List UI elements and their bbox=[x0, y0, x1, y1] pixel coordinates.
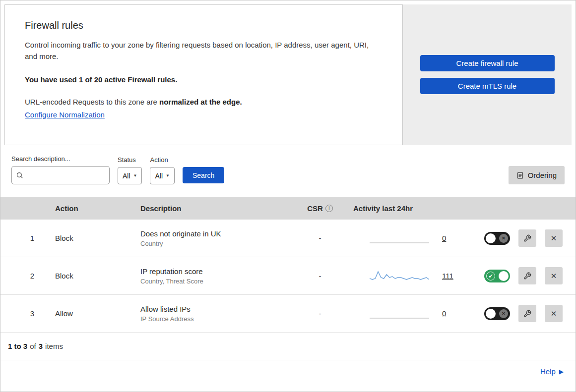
action-dropdown[interactable]: All▼ bbox=[150, 167, 174, 184]
search-label: Search description... bbox=[11, 155, 110, 163]
normalization-text: URL-encoded Requests to this zone are no… bbox=[25, 98, 383, 106]
rule-description: Does not originate in UK bbox=[140, 229, 293, 238]
rule-csr-value: - bbox=[293, 272, 347, 280]
rule-action: Block bbox=[45, 234, 130, 242]
table-row: 2 Block IP reputation score Country, Thr… bbox=[0, 257, 576, 295]
close-icon: ✕ bbox=[551, 272, 557, 280]
activity-sparkline bbox=[370, 269, 429, 283]
activity-sparkline bbox=[370, 231, 429, 246]
status-dropdown-value: All bbox=[123, 172, 130, 180]
header-action: Action bbox=[45, 204, 130, 213]
toggle-knob bbox=[486, 309, 496, 319]
normalization-prefix: URL-encoded Requests to this zone are bbox=[25, 98, 159, 106]
rule-priority: 3 bbox=[0, 309, 45, 318]
usage-summary: You have used 1 of 20 active Firewall ru… bbox=[25, 75, 383, 84]
ordering-button-label: Ordering bbox=[528, 171, 557, 179]
toggle-knob bbox=[486, 233, 496, 243]
activity-count-link[interactable]: 0 bbox=[442, 309, 446, 318]
rule-controls: ✔ ✕ ✕ bbox=[481, 305, 576, 322]
search-input[interactable] bbox=[26, 171, 105, 179]
rule-activity-cell: 0 bbox=[347, 306, 481, 321]
items-range: 1 to 3 bbox=[8, 342, 27, 350]
rule-criteria: IP Source Address bbox=[140, 315, 293, 323]
rule-controls: ✔ ✕ ✕ bbox=[481, 229, 576, 247]
x-icon: ✕ bbox=[499, 234, 508, 243]
create-mtls-rule-button[interactable]: Create mTLS rule bbox=[420, 78, 555, 94]
close-icon: ✕ bbox=[551, 234, 557, 243]
table-row: 3 Allow Allow listed IPs IP Source Addre… bbox=[0, 295, 576, 333]
chevron-down-icon: ▼ bbox=[166, 173, 170, 178]
wrench-icon bbox=[523, 234, 531, 242]
items-of-label: of bbox=[30, 342, 36, 350]
search-icon bbox=[16, 171, 23, 179]
edit-rule-button[interactable] bbox=[518, 267, 536, 284]
close-icon: ✕ bbox=[551, 309, 557, 318]
action-label: Action bbox=[150, 156, 174, 164]
table-row: 1 Block Does not originate in UK Country… bbox=[0, 220, 576, 257]
delete-rule-button[interactable]: ✕ bbox=[545, 267, 563, 284]
action-filter-group: Action All▼ bbox=[150, 156, 174, 184]
activity-count-link[interactable]: 111 bbox=[442, 272, 453, 280]
help-link[interactable]: Help▶ bbox=[540, 367, 564, 376]
pagination-summary: 1 to 3 of 3 items bbox=[0, 333, 576, 360]
toggle-knob bbox=[499, 271, 509, 281]
rule-csr-value: - bbox=[293, 234, 347, 242]
activity-sparkline bbox=[370, 306, 429, 321]
status-dropdown[interactable]: All▼ bbox=[118, 167, 142, 184]
filter-bar: Search description... Status All▼ Action… bbox=[0, 145, 576, 197]
configure-normalization-link[interactable]: Configure Normalization bbox=[25, 111, 105, 119]
edit-rule-button[interactable] bbox=[518, 305, 536, 322]
rule-description-cell: Allow listed IPs IP Source Address bbox=[130, 305, 293, 323]
rule-controls: ✔ ✕ ✕ bbox=[481, 267, 576, 284]
create-firewall-rule-button[interactable]: Create firewall rule bbox=[420, 55, 555, 71]
rule-description: IP reputation score bbox=[140, 267, 293, 276]
items-total: 3 bbox=[39, 342, 43, 350]
check-icon: ✔ bbox=[486, 272, 495, 280]
rule-description: Allow listed IPs bbox=[140, 305, 293, 313]
action-panel: Create firewall rule Create mTLS rule bbox=[403, 4, 572, 145]
firewall-rules-page: Firewall rules Control incoming traffic … bbox=[0, 0, 576, 392]
wrench-icon bbox=[523, 272, 531, 280]
rule-activity-cell: 111 bbox=[347, 269, 481, 283]
header-description: Description bbox=[130, 204, 293, 213]
rule-priority: 2 bbox=[0, 272, 45, 280]
edit-rule-button[interactable] bbox=[518, 229, 536, 247]
rule-criteria: Country, Threat Score bbox=[140, 278, 293, 285]
rule-enable-toggle[interactable]: ✔ ✕ bbox=[484, 232, 510, 245]
rule-action: Block bbox=[45, 272, 130, 280]
rule-description-cell: Does not originate in UK Country bbox=[130, 229, 293, 247]
rule-criteria: Country bbox=[140, 240, 293, 247]
rule-activity-cell: 0 bbox=[347, 231, 481, 246]
activity-count-link[interactable]: 0 bbox=[442, 234, 446, 242]
delete-rule-button[interactable]: ✕ bbox=[545, 305, 563, 322]
rule-priority: 1 bbox=[0, 234, 45, 242]
rule-enable-toggle[interactable]: ✔ ✕ bbox=[484, 270, 510, 282]
intro-card: Firewall rules Control incoming traffic … bbox=[4, 4, 403, 145]
header-csr: CSRi bbox=[293, 204, 347, 213]
rule-enable-toggle[interactable]: ✔ ✕ bbox=[484, 307, 510, 320]
ordering-button[interactable]: Ordering bbox=[509, 166, 565, 184]
search-box bbox=[11, 166, 110, 184]
page-title: Firewall rules bbox=[25, 20, 383, 31]
status-filter-group: Status All▼ bbox=[118, 156, 142, 184]
action-dropdown-value: All bbox=[155, 172, 163, 180]
ordering-list-icon bbox=[516, 171, 524, 179]
items-label: items bbox=[45, 342, 63, 350]
table-header: Action Description CSRi Activity last 24… bbox=[0, 197, 576, 220]
page-description: Control incoming traffic to your zone by… bbox=[25, 39, 378, 62]
delete-rule-button[interactable]: ✕ bbox=[545, 229, 563, 247]
info-icon[interactable]: i bbox=[325, 205, 333, 212]
wrench-icon bbox=[523, 310, 531, 318]
search-button[interactable]: Search bbox=[183, 167, 224, 183]
chevron-down-icon: ▼ bbox=[133, 173, 137, 178]
status-label: Status bbox=[118, 156, 142, 164]
help-label: Help bbox=[540, 367, 556, 376]
normalization-bold: normalized at the edge. bbox=[159, 98, 242, 106]
search-group: Search description... bbox=[11, 155, 110, 184]
x-icon: ✕ bbox=[499, 309, 508, 318]
rule-description-cell: IP reputation score Country, Threat Scor… bbox=[130, 267, 293, 285]
rule-csr-value: - bbox=[293, 309, 347, 318]
help-bar: Help▶ bbox=[0, 360, 576, 383]
header-activity: Activity last 24hr bbox=[347, 204, 481, 213]
arrow-right-icon: ▶ bbox=[559, 368, 564, 375]
